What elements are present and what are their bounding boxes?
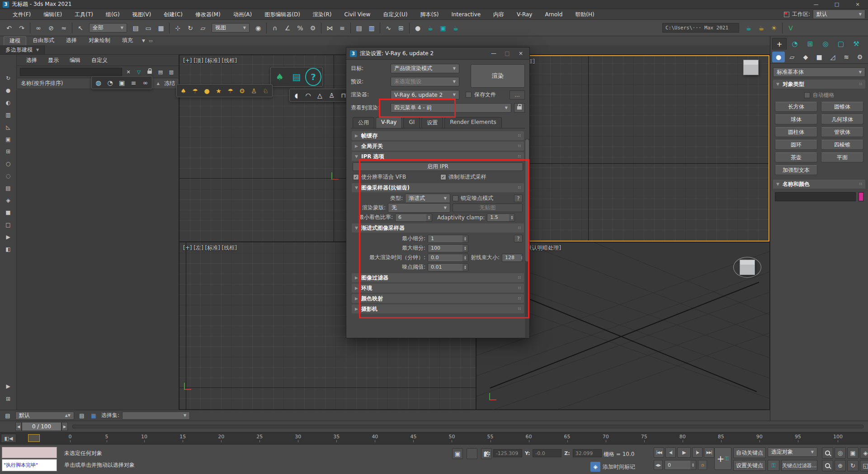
- close-button[interactable]: ×: [847, 0, 868, 9]
- scene-explorer-menu-item[interactable]: 显示: [42, 57, 64, 64]
- se-visible-icon[interactable]: □: [2, 219, 14, 230]
- menu-item[interactable]: Civil View: [338, 9, 377, 20]
- zoom-region-icon[interactable]: [822, 460, 833, 471]
- vray-flower-icon[interactable]: ★: [213, 85, 224, 96]
- menu-item[interactable]: 文件(F): [6, 9, 37, 20]
- time-slider-handle[interactable]: 0 / 100: [22, 422, 61, 431]
- rendered-frame-icon[interactable]: ▣: [437, 22, 449, 34]
- autogrid-checkbox[interactable]: [804, 92, 810, 98]
- dialog-tab-render-elements[interactable]: Render Elements: [444, 117, 501, 128]
- orbit-icon[interactable]: ↻: [847, 460, 859, 471]
- clear-search-icon[interactable]: ✕: [124, 67, 133, 76]
- menu-item[interactable]: 编辑(E): [37, 9, 68, 20]
- ribbon-tab-populate[interactable]: 填充: [117, 36, 138, 46]
- progressive-help-button[interactable]: ?: [514, 235, 523, 242]
- vray-umbrella-icon[interactable]: ☂: [189, 85, 201, 96]
- scale-icon[interactable]: ▱: [197, 22, 209, 34]
- rollout-frame-buffer[interactable]: ▶帧缓存∷: [352, 131, 524, 140]
- mask-map-button[interactable]: 无贴图: [453, 204, 523, 212]
- vray-pawn2-icon[interactable]: ♙: [326, 90, 337, 101]
- maximize-button[interactable]: □: [826, 0, 847, 9]
- se-spacewarps-icon[interactable]: ⊞: [2, 146, 14, 157]
- zoom-all-icon[interactable]: ◎: [835, 447, 846, 459]
- open-mini-curve-editor-button[interactable]: ◧◀: [1, 434, 16, 443]
- help-circle-icon[interactable]: ?: [305, 68, 321, 86]
- object-type-button[interactable]: 管状体: [821, 127, 863, 137]
- dialog-close-button[interactable]: ×: [514, 48, 528, 58]
- vray-mound-icon[interactable]: ◠: [302, 90, 314, 101]
- rollout-image-filter[interactable]: ▶图像过滤器∷: [352, 273, 524, 282]
- dialog-maximize-button[interactable]: □: [500, 48, 514, 58]
- view-lock-button[interactable]: [514, 103, 525, 113]
- object-type-button[interactable]: 长方体: [775, 102, 817, 112]
- ribbon-tab-selection[interactable]: 选择: [61, 36, 82, 46]
- snap-toggle-icon[interactable]: ∩: [269, 22, 281, 34]
- project-path-field[interactable]: C:\Users\··· Max 2021: [662, 23, 739, 33]
- tree-icon[interactable]: ♠: [272, 68, 288, 86]
- mirror-icon[interactable]: ⋈: [323, 22, 336, 34]
- rollout-ipr-options[interactable]: ▼IPR 选项∷: [352, 152, 524, 161]
- select-and-link-icon[interactable]: ∞: [32, 22, 45, 34]
- object-type-button[interactable]: 圆柱体: [775, 127, 817, 137]
- track-bar[interactable]: ◧◀ 0510152025303540455055606570758085909…: [0, 432, 868, 444]
- selection-lock-icon[interactable]: [467, 448, 477, 459]
- percent-snap-icon[interactable]: %: [294, 22, 307, 34]
- hierarchy-tab[interactable]: ⊞: [803, 38, 817, 50]
- material-editor-icon[interactable]: ●: [411, 22, 424, 34]
- display-tab[interactable]: ▢: [834, 38, 848, 50]
- rectangular-region-icon[interactable]: ▭: [142, 22, 155, 34]
- se-helpers-icon[interactable]: ▣: [2, 134, 14, 145]
- vray-halfdome-icon[interactable]: ◖: [291, 90, 302, 101]
- ribbon-group-polymodeling[interactable]: 多边形建模▼: [0, 45, 45, 54]
- se-geometry-icon[interactable]: ●: [2, 85, 14, 96]
- x-coordinate-field[interactable]: -125.309: [493, 449, 522, 457]
- helpers-icon[interactable]: ◿: [826, 52, 839, 62]
- systems-icon[interactable]: ⚙: [854, 52, 866, 62]
- explorer-list-icon[interactable]: ▤: [156, 67, 165, 76]
- menu-item[interactable]: 工具(T): [68, 9, 99, 20]
- previous-frame-slider-button[interactable]: ◀: [15, 422, 22, 431]
- scene-explorer-menu-item[interactable]: 选择: [21, 57, 42, 64]
- object-color-swatch[interactable]: [859, 192, 863, 201]
- object-name-input[interactable]: [775, 192, 856, 201]
- max-subdivs-spinner[interactable]: 100▲▼: [428, 244, 468, 252]
- se-containers-icon[interactable]: ◌: [2, 171, 14, 181]
- ribbon-tab-freeform[interactable]: 自由形式: [27, 36, 60, 46]
- modify-tab[interactable]: ◔: [788, 38, 802, 50]
- dialog-tab-vray[interactable]: V-Ray: [376, 117, 402, 128]
- save-file-checkbox[interactable]: 保存文件: [466, 91, 496, 99]
- select-by-name-icon[interactable]: ▤: [129, 22, 142, 34]
- explorer-lock-icon[interactable]: [145, 67, 154, 76]
- zoom-icon[interactable]: [822, 447, 833, 459]
- enable-ipr-button[interactable]: 启用 IPR: [353, 162, 523, 171]
- geometry-icon[interactable]: ●: [772, 52, 785, 62]
- vray-stereo-icon[interactable]: ∞: [140, 77, 151, 88]
- key-filters-button[interactable]: 关键点过滤器...: [781, 460, 817, 471]
- object-type-button[interactable]: 茶壶: [775, 152, 817, 162]
- viewport-left-label[interactable]: [+] [左] [标准] [线框]: [183, 244, 237, 252]
- ribbon-pin-icon[interactable]: ▭: [149, 38, 153, 43]
- previous-frame-button[interactable]: ◀|: [665, 447, 676, 458]
- max-render-time-spinner[interactable]: 0.0▲▼: [428, 254, 468, 262]
- rollout-camera[interactable]: ▶摄影机∷: [352, 304, 524, 313]
- set-key-button[interactable]: 设置关键点: [733, 460, 766, 471]
- se-hidden-icon[interactable]: ■: [2, 207, 14, 218]
- menu-item[interactable]: 渲染(R): [307, 9, 338, 20]
- add-time-tag[interactable]: ◈ 添加时间标记: [590, 462, 635, 472]
- scene-explorer-menu-item[interactable]: 编辑: [64, 57, 86, 64]
- ribbon-collapse-icon[interactable]: ▼: [142, 38, 145, 43]
- next-frame-slider-button[interactable]: ▶: [61, 422, 68, 431]
- se-bones-icon[interactable]: ○: [2, 158, 14, 169]
- unlink-selection-icon[interactable]: ⊘: [45, 22, 57, 34]
- lightbulb-icon[interactable]: ☀: [768, 22, 780, 34]
- target-dropdown[interactable]: 产品级渲染模式▼: [391, 64, 459, 73]
- ribbon-tab-object-paint[interactable]: 对象绘制: [83, 36, 116, 46]
- noise-threshold-spinner[interactable]: 0.01▲▼: [428, 263, 468, 271]
- dialog-title-bar[interactable]: 3 渲染设置: V-Ray 6, update 2 —□×: [346, 47, 529, 60]
- object-type-button[interactable]: 球体: [775, 114, 817, 124]
- motion-tab[interactable]: ◎: [818, 38, 833, 50]
- listener-macro-pane[interactable]: [2, 447, 57, 458]
- play-button[interactable]: ▶: [677, 447, 691, 458]
- filter-icon[interactable]: ▽: [134, 67, 143, 76]
- menu-item[interactable]: V-Ray: [510, 9, 538, 20]
